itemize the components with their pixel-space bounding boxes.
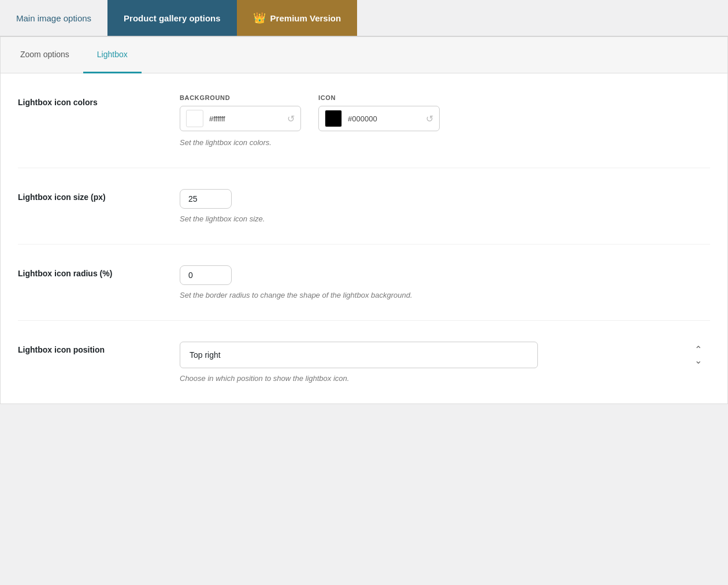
lightbox-icon-colors-hint: Set the lightbox icon colors. xyxy=(180,138,710,147)
select-chevron-icon: ⌃⌄ xyxy=(694,344,702,366)
lightbox-icon-size-input-wrapper xyxy=(180,189,232,209)
icon-color-picker[interactable]: #000000 ↺ xyxy=(318,106,440,131)
lightbox-icon-position-select[interactable]: Top left Top right Bottom left Bottom ri… xyxy=(180,342,538,368)
icon-color-group: ICON #000000 ↺ xyxy=(318,94,440,131)
settings-container: Lightbox icon colors BACKGROUND #ffffff … xyxy=(1,73,727,403)
lightbox-icon-radius-control: Set the border radius to change the shap… xyxy=(180,265,710,299)
background-swatch xyxy=(186,110,203,127)
tab-premium-label: Premium Version xyxy=(270,13,341,23)
setting-lightbox-icon-position: Lightbox icon position Top left Top righ… xyxy=(18,321,710,403)
top-tab-bar: Main image options Product gallery optio… xyxy=(0,0,728,36)
setting-lightbox-icon-size: Lightbox icon size (px) Set the lightbox… xyxy=(18,168,710,245)
lightbox-icon-size-control: Set the lightbox icon size. xyxy=(180,189,710,223)
setting-lightbox-icon-colors: Lightbox icon colors BACKGROUND #ffffff … xyxy=(18,73,710,168)
background-value: #ffffff xyxy=(209,114,281,123)
main-content: Zoom options Lightbox Lightbox icon colo… xyxy=(0,36,728,404)
lightbox-icon-radius-input[interactable] xyxy=(188,271,223,280)
tab-premium[interactable]: 👑 Premium Version xyxy=(237,0,358,36)
icon-label: ICON xyxy=(318,94,440,101)
tab-product-gallery-label: Product gallery options xyxy=(124,13,221,23)
tab-lightbox[interactable]: Lightbox xyxy=(83,37,142,73)
lightbox-icon-position-select-wrapper: Top left Top right Bottom left Bottom ri… xyxy=(180,342,710,368)
icon-reset-icon[interactable]: ↺ xyxy=(426,113,433,124)
lightbox-icon-position-control: Top left Top right Bottom left Bottom ri… xyxy=(180,342,710,383)
tab-lightbox-label: Lightbox xyxy=(97,50,128,59)
color-row: BACKGROUND #ffffff ↺ ICON #000000 xyxy=(180,94,710,131)
lightbox-icon-radius-hint: Set the border radius to change the shap… xyxy=(180,291,710,299)
icon-value: #000000 xyxy=(348,114,420,123)
tab-zoom-label: Zoom options xyxy=(20,50,69,59)
lightbox-icon-size-hint: Set the lightbox icon size. xyxy=(180,214,710,223)
tab-main-image[interactable]: Main image options xyxy=(0,0,107,36)
lightbox-icon-colors-control: BACKGROUND #ffffff ↺ ICON #000000 xyxy=(180,94,710,147)
background-color-group: BACKGROUND #ffffff ↺ xyxy=(180,94,301,131)
background-label: BACKGROUND xyxy=(180,94,301,101)
tab-zoom-options[interactable]: Zoom options xyxy=(6,37,83,73)
setting-lightbox-icon-radius: Lightbox icon radius (%) Set the border … xyxy=(18,245,710,321)
icon-swatch xyxy=(325,110,342,127)
lightbox-icon-radius-label: Lightbox icon radius (%) xyxy=(18,265,157,278)
tab-product-gallery[interactable]: Product gallery options xyxy=(107,0,237,36)
lightbox-icon-position-hint: Choose in which position to show the lig… xyxy=(180,374,710,383)
lightbox-icon-position-label: Lightbox icon position xyxy=(18,342,157,354)
sub-tab-bar: Zoom options Lightbox xyxy=(1,37,727,73)
background-reset-icon[interactable]: ↺ xyxy=(287,113,295,124)
crown-icon: 👑 xyxy=(253,12,266,24)
lightbox-icon-colors-label: Lightbox icon colors xyxy=(18,94,157,107)
tab-main-image-label: Main image options xyxy=(16,13,91,23)
background-color-picker[interactable]: #ffffff ↺ xyxy=(180,106,301,131)
lightbox-icon-size-label: Lightbox icon size (px) xyxy=(18,189,157,202)
lightbox-icon-size-input[interactable] xyxy=(188,194,223,203)
lightbox-icon-radius-input-wrapper xyxy=(180,265,232,285)
